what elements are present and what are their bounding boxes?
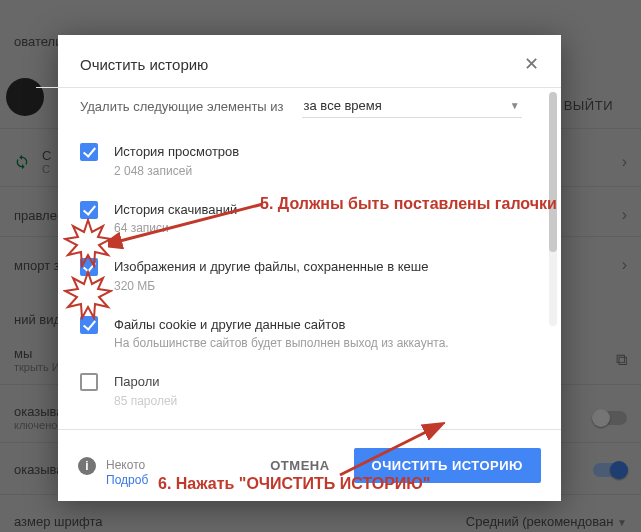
- option-title: История просмотров: [114, 142, 239, 162]
- option-row: Изображения и другие файлы, сохраненные …: [80, 247, 545, 305]
- option-title: Файлы cookie и другие данные сайтов: [114, 315, 449, 335]
- time-range-select[interactable]: за все время ▼: [302, 94, 522, 118]
- scroll-thumb[interactable]: [549, 92, 557, 252]
- option-sub: 64 записи: [114, 219, 237, 237]
- svg-marker-1: [65, 272, 111, 318]
- checkbox-passwords[interactable]: [80, 373, 98, 391]
- dialog-title: Очистить историю: [80, 56, 208, 73]
- checkbox-browsing-history[interactable]: [80, 143, 98, 161]
- time-range-value: за все время: [304, 98, 382, 113]
- time-range-label: Удалить следующие элементы из: [80, 99, 284, 114]
- close-icon[interactable]: ✕: [524, 55, 539, 73]
- annotation-text-6: 6. Нажать "ОЧИСТИТЬ ИСТОРИЮ": [158, 475, 430, 493]
- option-sub: 85 паролей: [114, 392, 177, 410]
- option-sub: 320 МБ: [114, 277, 428, 295]
- footer-note-text: Некото: [106, 458, 145, 472]
- svg-marker-0: [65, 220, 111, 266]
- info-icon: i: [78, 457, 96, 475]
- option-title: Изображения и другие файлы, сохраненные …: [114, 257, 428, 277]
- clear-history-dialog: Очистить историю ✕ Удалить следующие эле…: [58, 35, 561, 501]
- annotation-text-5: 5. Должны быть поставлены галочки: [260, 195, 557, 213]
- footer-note-link[interactable]: Подроб: [106, 473, 148, 487]
- option-row: История просмотров 2 048 записей: [80, 132, 545, 190]
- annotation-starburst: [63, 270, 113, 320]
- annotation-starburst: [63, 218, 113, 268]
- checkbox-download-history[interactable]: [80, 201, 98, 219]
- option-sub: 2 048 записей: [114, 162, 239, 180]
- option-row: Пароли 85 паролей: [80, 362, 545, 420]
- option-title: Пароли: [114, 372, 177, 392]
- option-title: История скачиваний: [114, 200, 237, 220]
- option-sub: На большинстве сайтов будет выполнен вых…: [114, 334, 449, 352]
- chevron-down-icon: ▼: [510, 100, 520, 111]
- option-row: Файлы cookie и другие данные сайтов На б…: [80, 305, 545, 363]
